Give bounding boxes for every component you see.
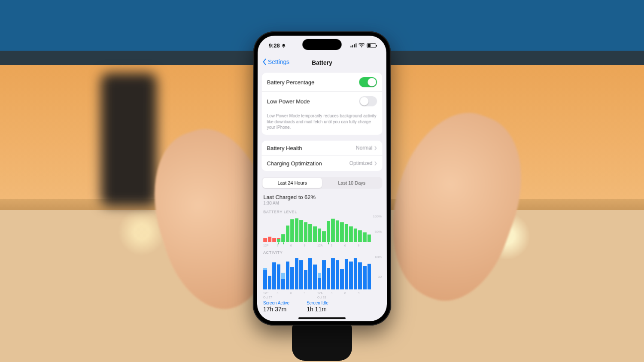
level-bar (281, 215, 286, 242)
activity-bar (299, 256, 304, 289)
level-bar (345, 215, 349, 242)
activity-chart: 60m 30 12P36912A369 Oct 27Oct 28 (263, 256, 381, 297)
battery-health-label: Battery Health (267, 145, 302, 151)
page-title: Battery (258, 59, 386, 66)
activity-bar (331, 256, 335, 289)
low-power-label: Low Power Mode (267, 98, 310, 104)
activity-bar (281, 256, 286, 289)
level-bar (354, 215, 358, 242)
battery-level-chart: 100% 50% 12P36912A369 (263, 215, 381, 246)
screen-active-value: 17h 37m (263, 306, 289, 313)
last-charged-headline: Last Charged to 62% (263, 194, 380, 200)
segment-24h[interactable]: Last 24 Hours (262, 177, 322, 188)
activity-bar (345, 256, 349, 289)
metric-screen-active: Screen Active 17h 37m (263, 301, 289, 313)
row-battery-percentage[interactable]: Battery Percentage (262, 73, 382, 91)
photo-scene: 9:28 Settings Battery (0, 0, 644, 362)
activity-bar (322, 256, 326, 289)
background-object (101, 73, 157, 206)
dnd-icon (281, 42, 286, 49)
level-bar (322, 215, 326, 242)
level-bar (340, 215, 344, 242)
level-bar (295, 215, 299, 242)
level-bar (318, 215, 322, 242)
y-100: 100% (373, 214, 381, 218)
level-bar (313, 215, 317, 242)
last-charged-time: 1:30 AM (263, 201, 380, 205)
row-low-power[interactable]: Low Power Mode (262, 91, 382, 110)
activity-bar (336, 256, 340, 289)
activity-bar (313, 256, 317, 289)
row-charging-optimization[interactable]: Charging Optimization Optimized (262, 155, 383, 171)
activity-bar (354, 256, 358, 289)
activity-bar (358, 256, 362, 289)
level-bar (263, 215, 267, 242)
activity-bar (272, 256, 276, 289)
activity-bar (367, 256, 371, 289)
segmented-control[interactable]: Last 24 Hours Last 10 Days (261, 176, 382, 189)
activity-bar (290, 256, 295, 289)
activity-bar (286, 256, 290, 289)
level-bar (358, 215, 362, 242)
battery-percentage-label: Battery Percentage (267, 79, 315, 85)
activity-metrics: Screen Active 17h 37m Screen Idle 1h 11m (257, 297, 387, 314)
battery-icon (367, 43, 376, 48)
level-bar (363, 215, 367, 242)
level-bar (290, 215, 295, 242)
nav-header: Settings Battery (258, 55, 386, 72)
low-power-footnote: Low Power Mode temporarily reduces backg… (262, 110, 383, 134)
charging-opt-label: Charging Optimization (267, 160, 322, 167)
level-bar (277, 215, 281, 242)
activity-bar (295, 256, 299, 289)
dynamic-island (302, 39, 341, 50)
last-charged: Last Charged to 62% 1:30 AM (257, 192, 386, 205)
activity-bar (263, 256, 267, 289)
home-indicator[interactable] (298, 317, 346, 319)
chevron-right-icon (374, 146, 377, 150)
chevron-right-icon (374, 161, 377, 166)
low-power-switch[interactable] (359, 96, 377, 106)
activity-bar (349, 256, 353, 289)
level-bar (304, 215, 308, 242)
screen-idle-value: 1h 11m (307, 306, 328, 313)
right-hand (366, 97, 544, 315)
screen-active-label: Screen Active (263, 301, 289, 305)
level-bar (309, 215, 313, 242)
battery-percentage-switch[interactable] (359, 77, 377, 87)
activity-label: ACTIVITY (257, 246, 387, 256)
group-toggles: Battery Percentage Low Power Mode Low Po… (262, 73, 383, 135)
level-bar (349, 215, 353, 242)
status-time: 9:28 (269, 42, 280, 49)
screen-idle-label: Screen Idle (307, 301, 328, 305)
activity-bar (277, 256, 281, 289)
battery-health-value: Normal (356, 145, 373, 151)
activity-bar (363, 256, 367, 289)
scroll-content[interactable]: Battery Percentage Low Power Mode Low Po… (257, 73, 387, 321)
level-bar (331, 215, 335, 242)
segment-10d[interactable]: Last 10 Days (322, 177, 382, 188)
activity-bar (268, 256, 272, 289)
level-bar (272, 215, 276, 242)
phone-stand (292, 322, 352, 361)
battery-level-label: BATTERY LEVEL (257, 205, 386, 215)
iphone-frame: 9:28 Settings Battery (253, 31, 391, 325)
metric-screen-idle: Screen Idle 1h 11m (307, 301, 328, 313)
activity-bar (304, 256, 308, 289)
wifi-icon (358, 43, 365, 48)
row-battery-health[interactable]: Battery Health Normal (262, 140, 383, 155)
charging-opt-value: Optimized (349, 160, 373, 166)
level-bar (327, 215, 331, 242)
y-60m: 60m (375, 255, 382, 259)
level-bar (268, 215, 272, 242)
y-50: 50% (375, 230, 382, 234)
cellular-icon (350, 43, 356, 48)
level-bar (286, 215, 290, 242)
y-30: 30 (378, 275, 382, 279)
level-bar (367, 215, 371, 242)
activity-bar (318, 256, 322, 289)
activity-bar (308, 256, 313, 289)
group-links: Battery Health Normal Charging Optimizat… (262, 140, 383, 170)
level-bar (336, 215, 340, 242)
activity-bar (340, 256, 344, 289)
iphone-screen: 9:28 Settings Battery (257, 36, 387, 321)
